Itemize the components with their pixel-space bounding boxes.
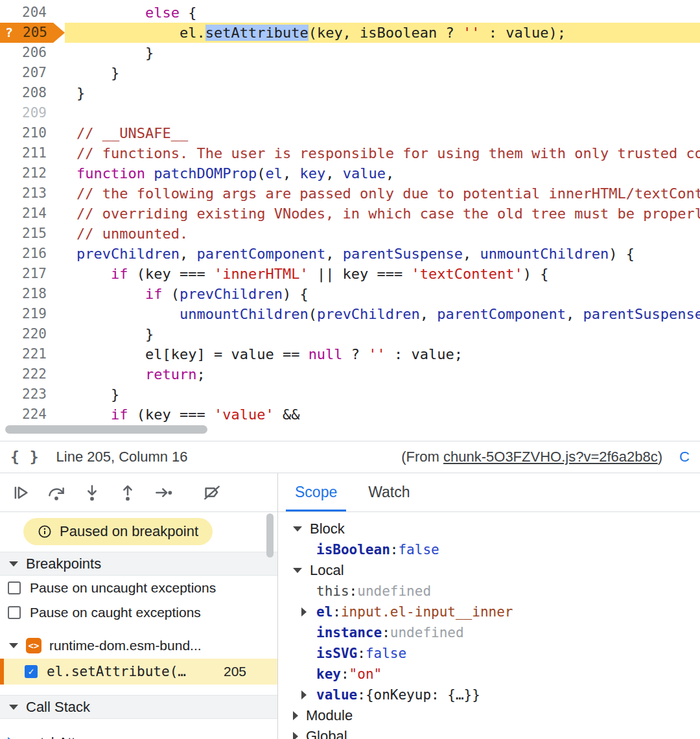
code-token: '' <box>368 346 386 362</box>
code-token: el[key] = value == <box>76 346 309 362</box>
scope-variable[interactable]: isSVG: false <box>278 643 700 664</box>
line-number[interactable]: 211 <box>0 143 65 163</box>
horizontal-scrollbar-thumb[interactable] <box>5 425 207 434</box>
sidebar-scrollbar-thumb[interactable] <box>266 513 274 557</box>
disclosure-triangle-icon[interactable] <box>301 607 307 616</box>
code-text: if (prevChildren) { <box>65 284 700 304</box>
line-number[interactable]: 208 <box>0 83 65 103</box>
code-token: ? <box>343 346 369 362</box>
disclosure-triangle-icon[interactable] <box>293 711 298 720</box>
chevron-down-icon[interactable] <box>9 705 18 710</box>
scope-section-module[interactable]: Module <box>278 705 700 726</box>
breakpoint-condition-mark: ? <box>5 23 13 43</box>
code-token: } <box>76 45 154 61</box>
debugger-sidebar-content: Paused on breakpoint Breakpoints Pause o… <box>0 512 277 739</box>
step-over-icon[interactable] <box>46 482 67 503</box>
scope-section-global[interactable]: Global <box>278 726 700 739</box>
code-token: (key === <box>128 406 213 423</box>
code-text: } <box>65 43 700 63</box>
disclosure-triangle-icon[interactable] <box>293 526 302 532</box>
line-number[interactable]: 209 <box>0 103 65 123</box>
disclosure-triangle-icon[interactable] <box>293 568 302 573</box>
code-line: 207 } <box>0 63 700 83</box>
code-token <box>76 406 111 423</box>
code-token: // functions. The user is responsible fo… <box>76 145 700 161</box>
cursor-position: Line 205, Column 16 <box>56 449 188 465</box>
code-line: 213// the following args are passed only… <box>0 183 700 204</box>
code-editor[interactable]: 204 else {?205 el.setAttribute(key, isBo… <box>0 0 700 441</box>
step-out-icon[interactable] <box>117 482 138 503</box>
exception-option[interactable]: Pause on caught exceptions <box>0 600 277 625</box>
code-token: , <box>420 306 438 322</box>
deactivate-breakpoints-icon[interactable] <box>202 482 222 503</box>
step-icon[interactable] <box>153 482 174 503</box>
breakpoints-section-title: Breakpoints <box>26 556 101 572</box>
breakpoint-item[interactable]: ✓el.setAttribute(…205 <box>0 659 277 685</box>
call-stack-frame[interactable]: patchAttr <box>0 729 277 739</box>
scope-section-label: Block <box>310 521 345 537</box>
horizontal-scrollbar[interactable] <box>0 425 700 434</box>
line-number[interactable]: 221 <box>0 344 65 364</box>
chevron-down-icon[interactable] <box>9 561 18 567</box>
line-number[interactable]: 210 <box>0 123 65 143</box>
disclosure-triangle-icon[interactable] <box>301 690 307 699</box>
scope-variable[interactable]: this: undefined <box>278 581 700 602</box>
line-number[interactable]: 222 <box>0 364 65 384</box>
exception-option[interactable]: Pause on uncaught exceptions <box>0 576 277 600</box>
code-text: // unmounted. <box>65 224 700 244</box>
tab-watch[interactable]: Watch <box>359 473 419 511</box>
scope-section-block[interactable]: Block <box>278 519 700 539</box>
breakpoint-file-group[interactable]: <> runtime-dom.esm-bund... <box>0 633 277 659</box>
line-number[interactable]: 218 <box>0 284 65 304</box>
line-number[interactable]: 217 <box>0 264 65 284</box>
scope-variable[interactable]: value: {onKeyup: {…}} <box>278 685 700 705</box>
scope-variable[interactable]: instance: undefined <box>278 622 700 643</box>
source-file-link[interactable]: chunk-5O3FZVHO.js?v=2f6a2b8c <box>443 449 658 465</box>
code-token: , <box>325 165 343 182</box>
code-token: : value); <box>480 25 566 41</box>
devtools-sources-panel: 204 else {?205 el.setAttribute(key, isBo… <box>0 0 700 739</box>
code-line: 211// functions. The user is responsible… <box>0 143 700 163</box>
line-number[interactable]: 216 <box>0 244 65 264</box>
breakpoint-marker[interactable]: ?205 <box>0 23 65 43</box>
line-number[interactable]: 212 <box>0 163 65 183</box>
line-number[interactable]: 224 <box>0 405 65 425</box>
code-text <box>65 103 700 123</box>
code-token: unmountChildren <box>480 246 609 262</box>
variable-colon: : <box>390 542 399 557</box>
checkbox[interactable] <box>8 581 21 594</box>
pretty-print-icon[interactable]: { } <box>10 449 40 465</box>
variable-value: false <box>398 542 439 557</box>
resume-icon[interactable] <box>10 482 31 503</box>
disclosure-triangle-icon[interactable] <box>293 732 298 739</box>
option-label: Pause on caught exceptions <box>30 605 201 620</box>
line-number[interactable]: 214 <box>0 204 65 224</box>
breakpoints-section-header[interactable]: Breakpoints <box>0 552 277 576</box>
code-lines: 204 else {?205 el.setAttribute(key, isBo… <box>0 0 700 425</box>
chevron-down-icon[interactable] <box>9 643 18 648</box>
call-stack-section-header[interactable]: Call Stack <box>0 695 277 719</box>
source-map-note: (From chunk-5O3FZVHO.js?v=2f6a2b8c) <box>401 449 662 465</box>
code-token: prevChildren <box>76 246 180 262</box>
code-line: 217 if (key === 'innerHTML' || key === '… <box>0 264 700 284</box>
code-line: 206 } <box>0 43 700 63</box>
line-number[interactable]: 213 <box>0 183 65 204</box>
line-number[interactable]: 204 <box>0 3 65 23</box>
scope-variable[interactable]: el: input.el-input__inner <box>278 602 700 622</box>
tab-scope[interactable]: Scope <box>286 473 346 511</box>
scope-variable[interactable]: key: "on" <box>278 664 700 685</box>
step-into-icon[interactable] <box>82 482 102 503</box>
scope-variable[interactable]: isBoolean: false <box>278 539 700 560</box>
scope-section-local[interactable]: Local <box>278 560 700 581</box>
line-number[interactable]: 215 <box>0 224 65 244</box>
line-number[interactable]: 206 <box>0 43 65 63</box>
line-number[interactable]: 220 <box>0 324 65 344</box>
line-number[interactable]: 219 <box>0 304 65 324</box>
code-token: ( <box>309 306 317 322</box>
line-number[interactable]: 207 <box>0 63 65 83</box>
checkbox[interactable] <box>8 606 21 619</box>
line-number[interactable]: 223 <box>0 384 65 405</box>
code-token: key <box>299 165 325 182</box>
breakpoint-checkbox[interactable]: ✓ <box>25 665 38 678</box>
code-text: if (key === 'value' && <box>65 405 700 425</box>
